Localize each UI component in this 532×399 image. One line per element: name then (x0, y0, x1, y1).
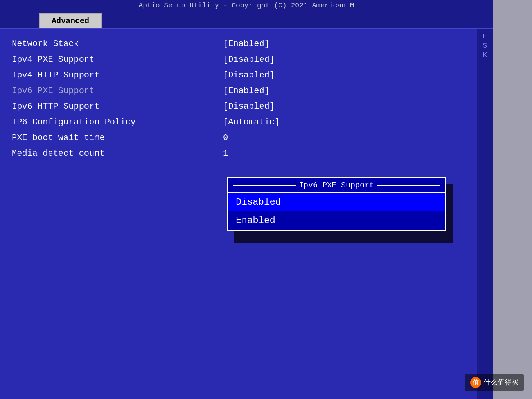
right-sidebar: ESK (477, 29, 493, 399)
setting-row[interactable]: Ipv6 PXE Support[Enabled] (12, 83, 481, 98)
dropdown-option[interactable]: Enabled (228, 211, 445, 230)
setting-label: Media detect count (12, 149, 223, 158)
setting-label: PXE boot wait time (12, 133, 223, 143)
settings-table: Network Stack[Enabled]Ipv4 PXE Support[D… (12, 36, 481, 161)
setting-label: Ipv4 HTTP Support (12, 70, 223, 80)
setting-label: Ipv6 HTTP Support (12, 102, 223, 111)
setting-value: 0 (223, 133, 228, 143)
setting-row[interactable]: IP6 Configuration Policy[Automatic] (12, 115, 481, 129)
watermark: 值什么值得买 (465, 374, 524, 391)
dropdown-title: Ipv6 PXE Support (228, 178, 445, 193)
setting-label: Ipv4 PXE Support (12, 55, 223, 65)
setting-value: 1 (223, 149, 228, 158)
setting-value: [Enabled] (223, 86, 270, 96)
sidebar-char: E (483, 32, 487, 40)
sidebar-char: K (483, 51, 487, 59)
sidebar-char: S (483, 42, 487, 50)
dropdown-popup[interactable]: Ipv6 PXE Support DisabledEnabled (227, 177, 446, 231)
setting-row[interactable]: Ipv4 PXE Support[Disabled] (12, 52, 481, 67)
bios-screen: Aptio Setup Utility - Copyright (C) 2021… (0, 0, 493, 399)
setting-row[interactable]: Ipv6 HTTP Support[Disabled] (12, 99, 481, 114)
header-title: Aptio Setup Utility - Copyright (C) 2021… (0, 0, 493, 11)
setting-value: [Enabled] (223, 39, 270, 49)
setting-label: IP6 Configuration Policy (12, 117, 223, 127)
setting-label: Network Stack (12, 39, 223, 49)
setting-value: [Disabled] (223, 70, 275, 80)
watermark-icon: 值 (470, 377, 481, 388)
content-area: Network Stack[Enabled]Ipv4 PXE Support[D… (0, 29, 493, 399)
setting-value: [Disabled] (223, 102, 275, 111)
setting-row[interactable]: Ipv4 HTTP Support[Disabled] (12, 68, 481, 83)
setting-row[interactable]: PXE boot wait time0 (12, 130, 481, 145)
setting-row[interactable]: Media detect count1 (12, 146, 481, 161)
active-tab[interactable]: Advanced (39, 13, 102, 28)
header-bar: Aptio Setup Utility - Copyright (C) 2021… (0, 0, 493, 29)
setting-value: [Automatic] (223, 117, 280, 127)
dropdown-option[interactable]: Disabled (228, 193, 445, 211)
setting-row[interactable]: Network Stack[Enabled] (12, 36, 481, 51)
setting-value: [Disabled] (223, 55, 275, 65)
setting-label: Ipv6 PXE Support (12, 86, 223, 96)
